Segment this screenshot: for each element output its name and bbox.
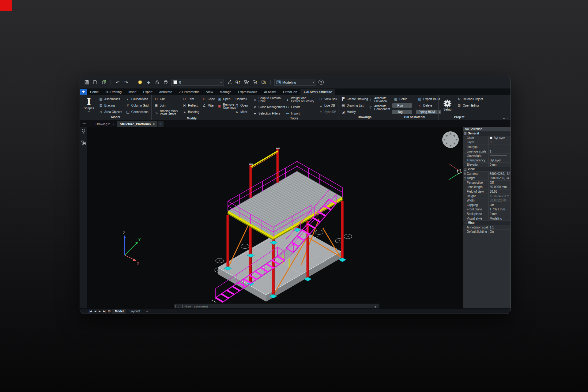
prop-row-target[interactable]: +Target5980.0239, 34	[463, 176, 511, 181]
piping-bom-button[interactable]: Piping BOM›	[416, 110, 441, 114]
model-viewport[interactable]: Z Y X	[87, 127, 463, 308]
prop-row-width[interactable]: Width30.6632670 m	[463, 198, 511, 203]
area-objects-button[interactable]: ◇Area Objects	[97, 109, 124, 115]
workspace-select[interactable]: Modeling ▾	[274, 79, 316, 86]
remove-openings-button[interactable]: ⊠Remove Openings	[216, 102, 234, 110]
command-prompt[interactable]: : Enter command	[178, 304, 208, 308]
annotate-component-button[interactable]: ⊤Annotate Component	[367, 104, 390, 112]
redo-icon[interactable]: ↷	[123, 79, 129, 85]
open-drawing-icon[interactable]	[92, 79, 98, 85]
prop-row-color[interactable]: ColorByLayer	[463, 136, 511, 141]
tab-2d-parametric[interactable]: 2D Parametric	[175, 89, 203, 95]
assemblies-button[interactable]: ▥Assemblies	[97, 96, 124, 102]
section-misc[interactable]: −Misc	[463, 221, 511, 225]
collapse-icon[interactable]: −	[464, 222, 466, 224]
tab-cadworx-structure[interactable]: CADWorx Structure	[300, 89, 335, 95]
command-line[interactable]: : Enter command ▲	[174, 303, 379, 308]
layer-lock-icon[interactable]	[154, 79, 160, 85]
clash-management-button[interactable]: ⊘Clash Management	[251, 104, 283, 110]
help-icon[interactable]: ?	[318, 80, 324, 85]
sync-db-button[interactable]: ≡Sync DB	[317, 109, 337, 115]
prop-row-lineweight[interactable]: Lineweight	[463, 154, 511, 158]
prop-row-visual-style[interactable]: Visual styleModeling	[463, 216, 511, 221]
add-layout-button[interactable]: +	[144, 309, 150, 314]
layout-list-icon[interactable]: ⊡	[107, 310, 111, 313]
tab-orthogen[interactable]: OrthoGen	[280, 89, 300, 95]
prop-row-back-plane[interactable]: Back plane0 mm	[463, 212, 511, 217]
selection-filter-dropdown[interactable]: No Selection	[463, 127, 511, 131]
snap-to-cardinal-point-button[interactable]: ⊕Snap to Cardinal Point	[251, 96, 283, 104]
prop-row-layer[interactable]: Layer0	[463, 140, 511, 145]
layer-states-icon[interactable]	[261, 79, 267, 85]
open-editor-button[interactable]: ⊡Open Editor	[456, 102, 485, 109]
tab-manage[interactable]: Manage	[216, 89, 235, 95]
layer-freeze-icon[interactable]: ◆	[145, 79, 152, 85]
prop-row-front-plane[interactable]: Front plane1.7321 mm	[463, 207, 511, 212]
lamp-icon[interactable]	[81, 129, 85, 134]
tab-view[interactable]: View	[203, 89, 217, 95]
bracing-work-point-offset-button[interactable]: ↘Bracing Work Point Offset	[153, 109, 180, 117]
match-layer-icon[interactable]	[235, 79, 241, 85]
join-button[interactable]: ⊞Join	[153, 102, 180, 109]
prop-row-linetype[interactable]: Linetype	[463, 145, 511, 149]
section-view[interactable]: −View	[463, 167, 511, 172]
tab-2d-drafting[interactable]: 2D Drafting	[102, 89, 125, 95]
doc-tab-structure-platforms[interactable]: Structure_Platforms ×	[117, 121, 157, 127]
model-tab[interactable]: Model	[112, 309, 126, 314]
import-button[interactable]: ↤Import	[284, 110, 317, 117]
prop-row-elevation[interactable]: Elevation0 mm	[463, 163, 511, 167]
undo-icon[interactable]: ↶	[115, 79, 121, 85]
ribbon-overflow-icon[interactable]	[503, 118, 507, 119]
prop-row-lens-length[interactable]: Lens length50.0000 mm	[463, 185, 511, 190]
collapse-icon[interactable]: −	[464, 168, 466, 171]
bom-tag-button[interactable]: Tag›	[392, 110, 412, 114]
dock-handle-icon[interactable]	[82, 123, 86, 124]
tab-expresstools[interactable]: ExpressTools	[235, 89, 260, 95]
close-icon[interactable]: ×	[153, 123, 155, 126]
tab-insert[interactable]: Insert	[125, 89, 140, 95]
new-tab-button[interactable]: +	[158, 121, 164, 127]
prop-row-default-lighting[interactable]: Default lightingOn	[463, 230, 511, 234]
create-drawing-button[interactable]: ▛Create Drawing	[340, 96, 367, 102]
banding-button[interactable]: ≈Banding	[181, 109, 200, 115]
reflect-button[interactable]: ⋈Reflect	[181, 102, 200, 109]
trim-button[interactable]: ⊓Trim	[181, 96, 200, 102]
project-setup-button[interactable]: Setup	[440, 96, 455, 115]
expand-icon[interactable]: +	[464, 173, 466, 175]
layout1-tab[interactable]: Layout1	[127, 309, 143, 314]
command-drag-handle[interactable]	[175, 305, 176, 308]
cope-button[interactable]: ⊔Cope	[201, 96, 215, 102]
layer-select[interactable]: 0 ▾	[171, 79, 224, 86]
annotate-elevation-button[interactable]: ⊥Annotate Elevation	[367, 96, 390, 104]
layer-unisolate-icon[interactable]	[252, 79, 258, 85]
shapes-button[interactable]: I Shapes ▾	[81, 96, 97, 115]
miter-button[interactable]: ∠Miter	[201, 102, 215, 109]
export-button[interactable]: ↦Export	[284, 104, 317, 110]
cut-button[interactable]: ⊟Cut	[153, 96, 180, 102]
selection-filters-button[interactable]: ▼Selection Filters	[251, 110, 283, 117]
plot-icon[interactable]	[101, 79, 107, 85]
live-db-button[interactable]: ≡Live DB	[317, 102, 337, 109]
modify-drawing-button[interactable]: ◪Modify	[340, 109, 367, 115]
prop-row-annotation-scale[interactable]: Annotation scale1:1	[463, 225, 511, 230]
previous-layout-icon[interactable]: ◀	[93, 310, 97, 313]
drawing-list-button[interactable]: ▤Drawing List	[340, 102, 367, 109]
foundations-button[interactable]: ◗Foundations	[124, 96, 150, 102]
tab-export[interactable]: Export	[140, 89, 156, 95]
section-general[interactable]: −General	[463, 131, 511, 136]
prop-row-perspective[interactable]: PerspectiveOff	[463, 181, 511, 185]
reload-project-button[interactable]: ↻Reload Project	[456, 96, 485, 102]
tab-annotate[interactable]: Annotate	[156, 89, 175, 95]
layer-isolate-icon[interactable]	[243, 79, 250, 85]
prop-row-linetype-scale[interactable]: Linetype scale1	[463, 149, 511, 154]
weight-center-of-gravity-button[interactable]: ◑Weight and Center of Gravity	[284, 96, 317, 104]
tab-ai-assist[interactable]: AI Assist	[261, 89, 280, 95]
connections-button[interactable]: ◫Connections	[124, 109, 150, 115]
doc-tab-drawing1[interactable]: Drawing1* ×	[93, 121, 117, 127]
bom-run-button[interactable]: Run›	[392, 103, 412, 108]
handrail-open-button[interactable]: ∏Open	[233, 102, 249, 109]
expand-icon[interactable]: +	[464, 177, 466, 179]
handrail-miter-button[interactable]: ∧Miter	[233, 109, 249, 115]
last-layout-icon[interactable]: ▶|	[102, 310, 106, 313]
layer-visibility-bulb-icon[interactable]	[137, 79, 143, 85]
